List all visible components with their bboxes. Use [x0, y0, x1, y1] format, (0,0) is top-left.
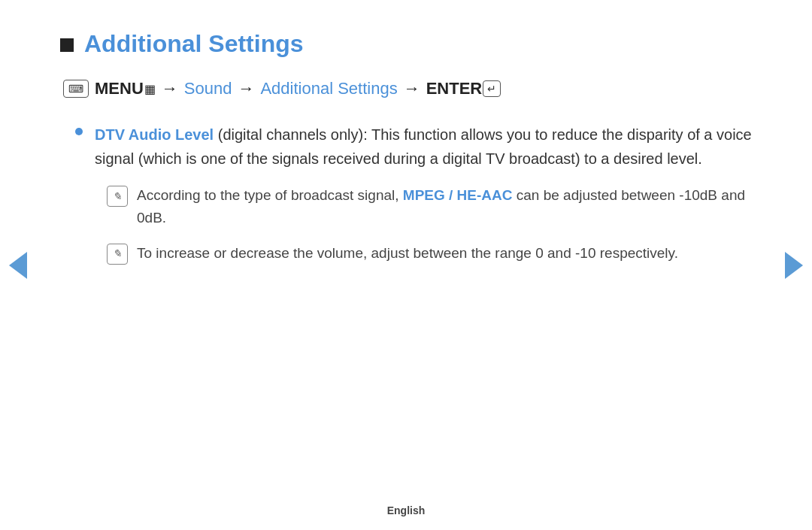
dtv-audio-level-label: DTV Audio Level [95, 126, 214, 143]
menu-breadcrumb: ⌨ MENU ▦ → Sound → Additional Settings →… [63, 79, 752, 98]
note-text-1: According to the type of broadcast signa… [137, 184, 752, 230]
bullet-item: DTV Audio Level (digital channels only):… [75, 123, 752, 171]
content-area: DTV Audio Level (digital channels only):… [75, 123, 752, 265]
note-text-2: To increase or decrease the volume, adju… [137, 242, 678, 265]
footer-language: English [387, 504, 426, 516]
breadcrumb-arrow-2: → [238, 79, 254, 98]
breadcrumb-additional-settings: Additional Settings [260, 79, 397, 98]
bullet-dot-icon [75, 128, 83, 135]
page-container: Additional Settings ⌨ MENU ▦ → Sound → A… [0, 0, 812, 530]
nav-arrow-right[interactable] [785, 252, 803, 279]
nav-arrow-left[interactable] [9, 252, 27, 279]
enter-label: ENTER [426, 79, 483, 98]
enter-icon: ↵ [483, 80, 501, 97]
section-title: Additional Settings [84, 30, 304, 58]
menu-suffix-icon: ▦ [144, 82, 156, 96]
breadcrumb-sound: Sound [184, 79, 232, 98]
menu-label: MENU [95, 79, 144, 98]
note-item-2: ✎ To increase or decrease the volume, ad… [107, 242, 752, 265]
note1-text-before: According to the type of broadcast signa… [137, 187, 403, 203]
note-item-1: ✎ According to the type of broadcast sig… [107, 184, 752, 230]
mpeg-heaac-label: MPEG / HE-AAC [403, 187, 513, 203]
bullet-text: DTV Audio Level (digital channels only):… [95, 123, 752, 171]
breadcrumb-arrow-3: → [404, 79, 420, 98]
breadcrumb-arrow-1: → [162, 79, 178, 98]
section-title-row: Additional Settings [60, 30, 752, 58]
menu-icon: ⌨ [63, 80, 89, 98]
section-square-icon [60, 38, 74, 52]
note-icon-2: ✎ [107, 244, 128, 265]
note-icon-1: ✎ [107, 186, 128, 207]
